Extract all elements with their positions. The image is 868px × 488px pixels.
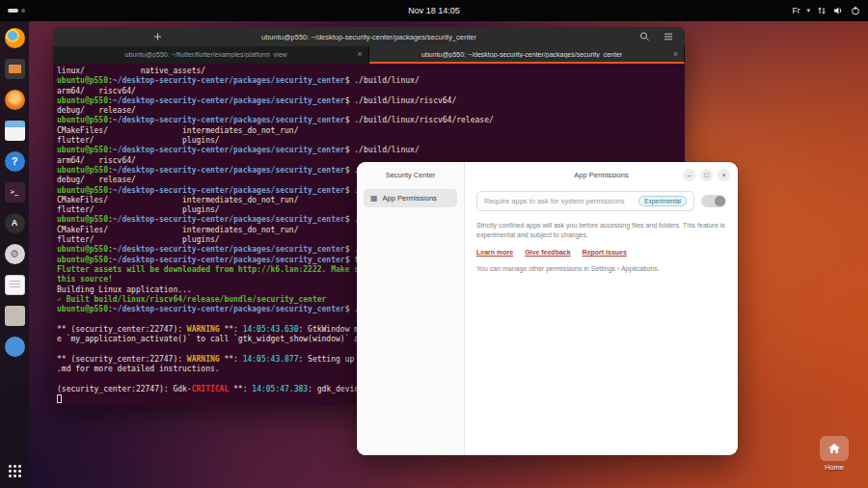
security-center-header[interactable]: App Permissions – □ × — [465, 162, 738, 187]
home-icon — [820, 436, 849, 461]
help-icon — [5, 151, 25, 172]
volume-icon — [833, 6, 844, 15]
toggle-knob — [715, 196, 725, 206]
permission-row: Require apps to ask for system permissio… — [476, 191, 726, 211]
dock-item-snap-store[interactable] — [3, 88, 26, 111]
terminal-tab-label: ubuntu@p550: ~/desktop-security-center/p… — [375, 51, 669, 58]
description-text: Strictly confined apps will ask you befo… — [476, 221, 726, 240]
link-learn-more[interactable]: Learn more — [476, 249, 513, 256]
minimize-button[interactable]: – — [683, 169, 695, 181]
terminal-tab[interactable]: ubuntu@p550: ~/flutter/flutter/examples/… — [53, 46, 369, 64]
dock-item-help[interactable] — [3, 149, 26, 173]
workspace-indicator[interactable] — [8, 0, 25, 21]
terminal-title: ubuntu@p550: ~/desktop-security-center/p… — [53, 27, 685, 46]
terminal-line: linux/ native_assets/ — [57, 67, 685, 76]
sidebar-item-label: App Permissions — [383, 194, 437, 203]
files-icon — [5, 59, 25, 79]
terminal-line: ubuntu@p550:~/desktop-security-center/pa… — [57, 116, 685, 125]
security-center-main: App Permissions – □ × Require apps to as… — [465, 162, 738, 455]
terminal-line: CMakeFiles/ intermediates_do_not_run/ — [57, 126, 685, 136]
sidebar-item-app-permissions[interactable]: ▦ App Permissions — [364, 189, 457, 207]
tab-close-icon[interactable]: × — [673, 49, 678, 59]
terminal-line: ubuntu@p550:~/desktop-security-center/pa… — [57, 76, 685, 86]
search-icon[interactable] — [639, 32, 650, 42]
link-give-feedback[interactable]: Give feedback — [525, 249, 570, 256]
dock-items — [3, 26, 26, 358]
power-icon — [851, 6, 860, 15]
tab-close-icon[interactable]: × — [357, 49, 362, 59]
network-arrows-icon — [817, 6, 827, 15]
security-center-window: Security Center ▦ App Permissions App Pe… — [357, 162, 738, 455]
link-report-issues[interactable]: Report issues — [583, 249, 627, 256]
software-icon — [5, 337, 25, 357]
dock-item-settings[interactable] — [3, 242, 26, 265]
dock-item-firefox[interactable] — [3, 26, 26, 49]
terminal-tab-label: ubuntu@p550: ~/flutter/flutter/examples/… — [59, 51, 353, 58]
firefox-icon — [5, 28, 25, 48]
app-a-icon — [5, 213, 25, 233]
permission-setting-field[interactable]: Require apps to ask for system permissio… — [476, 191, 694, 211]
app-permissions-icon: ▦ — [370, 195, 378, 203]
clock[interactable]: Nov 18 14:05 — [408, 0, 460, 21]
snap-store-icon — [5, 90, 25, 110]
settings-note: You can manage other permissions in Sett… — [476, 265, 726, 272]
security-center-sidebar: Security Center ▦ App Permissions — [357, 162, 465, 455]
terminal-tab-bar: ubuntu@p550: ~/flutter/flutter/examples/… — [53, 46, 685, 64]
chevron-down-icon: ▾ — [806, 7, 810, 14]
terminal-icon — [5, 182, 25, 203]
dock-item-archive[interactable] — [3, 304, 26, 327]
dock-item-app-a[interactable] — [3, 211, 26, 234]
dock-item-show-applications[interactable] — [3, 459, 26, 482]
terminal-line: flutter/ plugins/ — [57, 136, 685, 146]
dock — [0, 21, 29, 488]
security-center-content: Require apps to ask for system permissio… — [465, 187, 738, 272]
links-row: Learn moreGive feedbackReport issues — [476, 249, 726, 256]
maximize-button[interactable]: □ — [700, 169, 713, 181]
system-status-area[interactable]: Fr ▾ — [792, 0, 860, 21]
archive-icon — [5, 306, 25, 326]
permissions-toggle[interactable] — [701, 195, 726, 207]
dock-item-document[interactable] — [3, 119, 26, 142]
top-bar: Nov 18 14:05 Fr ▾ — [0, 0, 868, 21]
dock-item-files[interactable] — [3, 57, 26, 80]
close-button[interactable]: × — [718, 169, 730, 181]
window-controls: – □ × — [683, 162, 730, 187]
active-workspace-pill — [8, 9, 18, 13]
dock-item-terminal[interactable] — [3, 180, 26, 203]
terminal-tab[interactable]: ubuntu@p550: ~/desktop-security-center/p… — [369, 46, 686, 64]
workspace-dot — [21, 9, 25, 13]
terminal-titlebar[interactable]: ubuntu@p550: ~/desktop-security-center/p… — [53, 27, 685, 46]
terminal-line: ubuntu@p550:~/desktop-security-center/pa… — [57, 96, 685, 106]
terminal-line: arm64/ riscv64/ — [57, 87, 685, 96]
dock-item-software[interactable] — [3, 335, 26, 358]
settings-icon — [5, 244, 25, 264]
keyboard-layout-indicator: Fr — [792, 6, 800, 15]
show-applications-icon — [5, 461, 25, 481]
hamburger-menu-icon[interactable] — [664, 33, 673, 41]
sidebar-title: Security Center — [357, 162, 464, 187]
home-folder-shortcut[interactable]: Home — [812, 436, 856, 472]
experimental-badge: Experimental — [638, 196, 687, 206]
terminal-line: debug/ release/ — [57, 106, 685, 116]
permission-setting-label: Require apps to ask for system permissio… — [484, 197, 633, 205]
page-title: App Permissions — [574, 171, 628, 179]
desktop: Nov 18 14:05 Fr ▾ ubuntu@p550: ~/ — [0, 0, 868, 488]
document-icon — [5, 121, 25, 141]
home-label: Home — [825, 463, 844, 472]
dock-item-libreoffice[interactable] — [3, 273, 26, 296]
libreoffice-icon — [5, 275, 25, 295]
terminal-line: ubuntu@p550:~/desktop-security-center/pa… — [57, 146, 685, 155]
